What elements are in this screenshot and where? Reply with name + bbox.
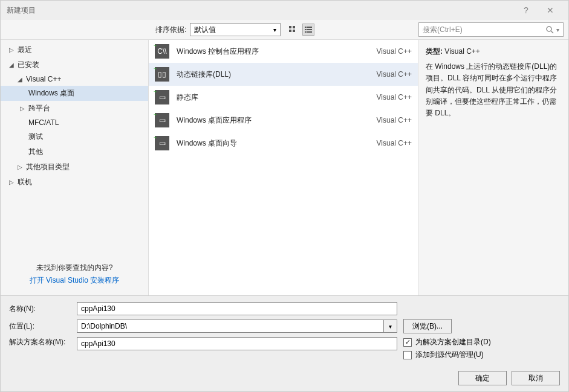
location-dropdown-button[interactable]: ▾ [384,320,397,333]
browse-button[interactable]: 浏览(B)... [403,319,452,333]
svg-line-11 [551,31,553,33]
svg-rect-8 [305,31,307,33]
template-icon: +▭ [155,113,169,127]
template-row[interactable]: +▭ 静态库 Visual C++ [149,86,418,109]
location-input[interactable]: D:\DolphinDB\ [77,320,384,333]
svg-rect-2 [289,30,291,32]
description-panel: 类型: Visual C++ 在 Windows 上运行的动态链接库(DLL)的… [418,40,568,295]
add-scc-label: 添加到源代码管理(U) [415,350,484,360]
sidebar-item-mfc[interactable]: MFC/ATL [1,116,148,129]
template-lang: Visual C++ [377,47,412,56]
search-icon [545,25,554,34]
chevron-down-icon: ▾ [273,27,276,33]
template-icon: +C\\ [155,44,169,59]
svg-rect-5 [307,27,312,28]
template-row[interactable]: +▭ Windows 桌面应用程序 Visual C++ [149,109,418,132]
solution-name-input[interactable]: cppApi130 [77,337,397,350]
svg-rect-7 [307,29,312,30]
sidebar-item-recent[interactable]: ▷最近 [1,42,148,57]
template-lang: Visual C++ [377,139,412,147]
svg-rect-6 [305,29,307,30]
plus-icon: + [154,135,157,141]
template-icon: +▯▯ [155,67,169,82]
sort-value: 默认值 [194,25,216,35]
close-icon[interactable]: ✕ [538,5,562,15]
ok-button[interactable]: 确定 [458,371,507,385]
svg-rect-0 [289,26,291,28]
template-name: 静态库 [177,92,369,103]
title-bar: 新建项目 ? ✕ [1,1,568,20]
template-row[interactable]: +C\\ Windows 控制台应用程序 Visual C++ [149,40,418,63]
search-input[interactable]: 搜索(Ctrl+E) ▾ [418,22,564,37]
type-value: Visual C++ [444,47,480,56]
template-icon: +▭ [155,136,169,150]
svg-rect-1 [293,26,295,28]
svg-rect-4 [305,27,307,28]
sort-label: 排序依据: [155,25,186,35]
plus-icon: + [154,89,157,95]
sort-dropdown[interactable]: 默认值 ▾ [190,23,281,36]
template-name: Windows 控制台应用程序 [177,47,369,57]
view-icons-small[interactable] [287,24,299,36]
template-icon: +▭ [155,90,169,104]
caret-down-icon: ◢ [18,76,24,83]
caret-right-icon: ▷ [9,179,15,185]
view-icons-list[interactable] [302,24,314,36]
cancel-button[interactable]: 取消 [512,371,560,385]
plus-icon: + [154,112,157,118]
bottom-form: 名称(N): cppApi130 位置(L): D:\DolphinDB\ ▾ … [1,295,568,367]
create-dir-checkbox[interactable]: ✓ [403,338,412,347]
template-list: +C\\ Windows 控制台应用程序 Visual C++ +▯▯ 动态链接… [148,40,418,295]
svg-rect-3 [293,30,295,32]
sidebar-item-crossplatform[interactable]: ▷跨平台 [1,101,148,116]
open-installer-link[interactable]: 打开 Visual Studio 安装程序 [8,275,141,286]
sidebar-item-windows-desktop[interactable]: Windows 桌面 [1,86,148,101]
template-lang: Visual C++ [377,116,412,124]
template-row[interactable]: +▭ Windows 桌面向导 Visual C++ [149,132,418,155]
toolbar: 排序依据: 默认值 ▾ 搜索(Ctrl+E) ▾ [1,20,568,39]
sidebar-item-installed[interactable]: ◢已安装 [1,57,148,72]
sidebar-item-online[interactable]: ▷联机 [1,175,148,190]
search-placeholder: 搜索(Ctrl+E) [423,25,545,35]
template-name: Windows 桌面向导 [177,138,369,149]
dialog-buttons: 确定 取消 [1,367,568,391]
location-label: 位置(L): [9,321,77,332]
sidebar: ▷最近 ◢已安装 ◢Visual C++ Windows 桌面 ▷跨平台 MFC… [1,40,148,295]
plus-icon: + [154,43,157,49]
description-body: 在 Windows 上运行的动态链接库(DLL)的项目。DLL 容纳可同时在多个… [426,61,561,119]
window-title: 新建项目 [7,5,514,16]
caret-right-icon: ▷ [20,105,26,112]
create-dir-label: 为解决方案创建目录(D) [415,337,491,347]
solution-name-label: 解决方案名称(M): [9,337,77,347]
chevron-down-icon: ▾ [556,27,559,33]
template-name: Windows 桌面应用程序 [177,115,369,126]
type-label: 类型: [426,47,443,56]
template-name: 动态链接库(DLL) [177,69,369,80]
not-found-text: 未找到你要查找的内容? [8,263,141,273]
svg-rect-9 [307,31,312,33]
sidebar-item-other-types[interactable]: ▷其他项目类型 [1,159,148,175]
help-icon[interactable]: ? [514,5,538,15]
svg-point-10 [547,27,551,31]
caret-right-icon: ▷ [18,164,24,170]
template-lang: Visual C++ [377,93,412,101]
sidebar-item-test[interactable]: 测试 [1,129,148,144]
template-lang: Visual C++ [377,70,412,79]
sidebar-item-other[interactable]: 其他 [1,144,148,159]
template-row[interactable]: +▯▯ 动态链接库(DLL) Visual C++ [149,63,418,86]
caret-right-icon: ▷ [9,47,15,53]
name-label: 名称(N): [9,304,77,314]
sidebar-item-vcpp[interactable]: ◢Visual C++ [1,72,148,86]
add-scc-checkbox[interactable] [403,351,412,359]
caret-down-icon: ◢ [9,62,15,68]
name-input[interactable]: cppApi130 [77,302,397,315]
plus-icon: + [154,66,157,72]
